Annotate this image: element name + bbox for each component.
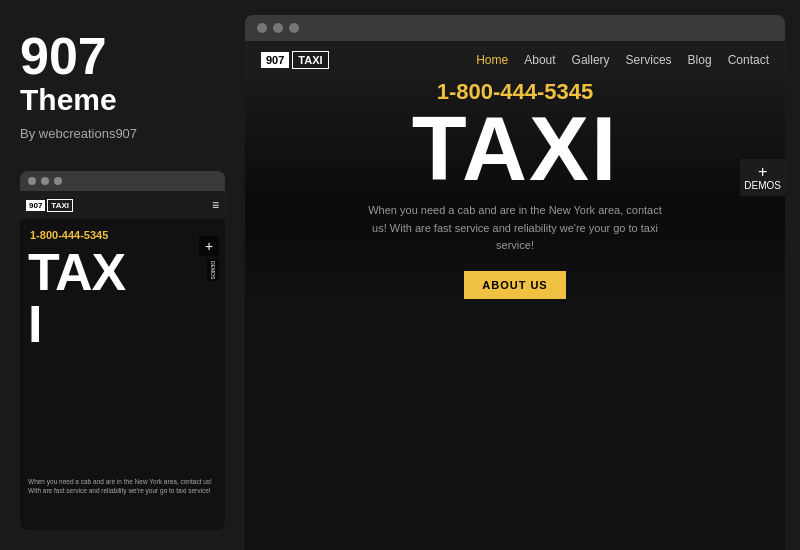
demos-label: DEMOS <box>744 180 781 191</box>
theme-title-block: 907 Theme By webcreations907 <box>20 30 225 141</box>
main-nav: 907 TAXI Home About Gallery Services Blo… <box>245 41 785 79</box>
theme-author: By webcreations907 <box>20 126 225 141</box>
nav-link-contact[interactable]: Contact <box>728 53 769 67</box>
main-logo: 907 TAXI <box>261 51 329 69</box>
mini-hero-description: When you need a cab and are in the New Y… <box>28 477 217 495</box>
mini-logo: 907 TAXI <box>26 199 73 212</box>
main-nav-links: Home About Gallery Services Blog Contact <box>476 53 769 67</box>
mini-logo-907: 907 <box>26 200 45 211</box>
hero-section: 1-800-444-5345 TAXI When you need a cab … <box>245 79 785 299</box>
main-logo-907: 907 <box>261 52 289 68</box>
dot-2 <box>41 177 49 185</box>
mini-hero-phone: 1-800-444-5345 <box>30 229 205 241</box>
nav-link-home[interactable]: Home <box>476 53 508 67</box>
hero-taxi-text: TAXI <box>365 109 665 190</box>
browser-content: 907 TAXI Home About Gallery Services Blo… <box>245 41 785 550</box>
about-us-button[interactable]: ABOUT US <box>464 271 565 299</box>
browser-titlebar <box>245 15 785 41</box>
theme-number: 907 <box>20 30 225 82</box>
mini-browser-content: 907 TAXI ≡ 1-800-444-5345 TAXI + DEMOS W… <box>20 191 225 530</box>
main-logo-taxi: TAXI <box>292 51 328 69</box>
mini-hamburger-icon[interactable]: ≡ <box>212 198 219 212</box>
hero-content: 1-800-444-5345 TAXI When you need a cab … <box>365 79 665 299</box>
nav-link-gallery[interactable]: Gallery <box>572 53 610 67</box>
mini-demos-label[interactable]: DEMOS <box>207 259 219 281</box>
hero-description: When you need a cab and are in the New Y… <box>365 202 665 255</box>
demos-button[interactable]: + DEMOS <box>740 159 785 196</box>
dot-1 <box>28 177 36 185</box>
demos-plus-icon: + <box>758 164 767 180</box>
mini-hero-text: TAXI <box>28 246 125 350</box>
theme-word: Theme <box>20 82 225 118</box>
browser-dot-3 <box>289 23 299 33</box>
mini-nav: 907 TAXI ≡ <box>20 191 225 219</box>
main-browser: 907 TAXI Home About Gallery Services Blo… <box>245 15 785 550</box>
browser-dot-1 <box>257 23 267 33</box>
left-panel: 907 Theme By webcreations907 907 TAXI ≡ … <box>0 0 245 550</box>
nav-link-about[interactable]: About <box>524 53 555 67</box>
mini-add-button[interactable]: + <box>199 236 219 256</box>
nav-link-services[interactable]: Services <box>626 53 672 67</box>
nav-link-blog[interactable]: Blog <box>688 53 712 67</box>
mini-browser-titlebar <box>20 171 225 191</box>
browser-dot-2 <box>273 23 283 33</box>
dot-3 <box>54 177 62 185</box>
mini-browser-preview: 907 TAXI ≡ 1-800-444-5345 TAXI + DEMOS W… <box>20 171 225 530</box>
mini-logo-taxi: TAXI <box>47 199 73 212</box>
